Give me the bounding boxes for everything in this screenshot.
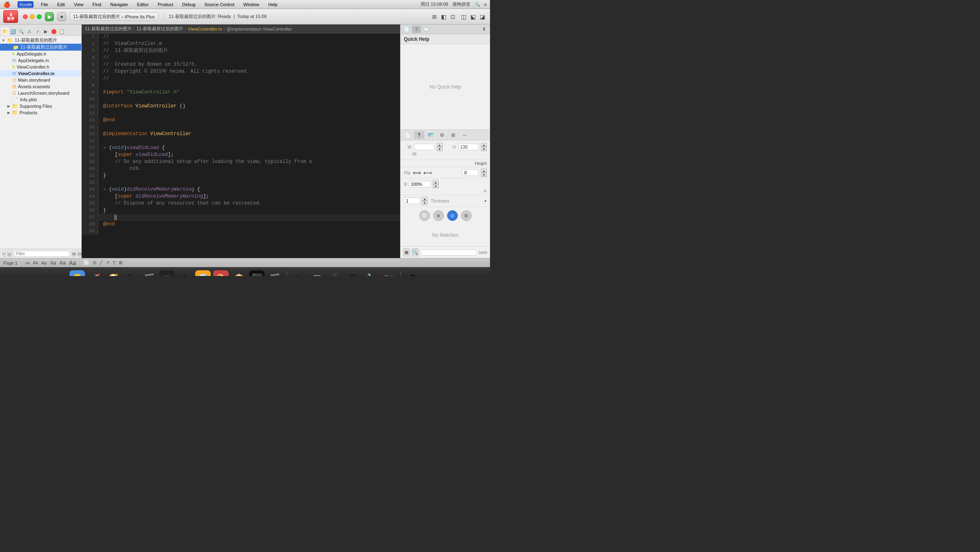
font-size-aa-2[interactable]: Aa <box>33 260 38 265</box>
dock-trash[interactable]: 🗑 <box>405 270 421 276</box>
line-content[interactable]: // <box>98 33 400 40</box>
dock-logitech[interactable]: 🖱 <box>123 270 139 276</box>
stop-square-button[interactable]: ■ <box>57 12 66 21</box>
line-content[interactable] <box>98 179 400 186</box>
gear-icon[interactable]: ⚙ <box>483 189 487 193</box>
add-file-button[interactable]: + <box>2 250 6 257</box>
line-content[interactable] <box>98 96 400 103</box>
panel-left-btn[interactable]: ◫ <box>459 13 468 21</box>
tree-item-appdelegate-m[interactable]: m AppDelegate.m <box>0 57 81 64</box>
inspector-tab-size[interactable]: ⊞ <box>448 131 459 139</box>
shape-circle[interactable]: ⊙ <box>93 260 96 265</box>
line-content[interactable]: @end <box>98 117 400 124</box>
dock-item-6[interactable]: 📷 <box>381 270 396 276</box>
inspector-export-btn[interactable]: ⬆ <box>479 26 488 33</box>
dock-sketch[interactable]: 💎 <box>195 270 211 276</box>
shape-arrow[interactable]: ↗ <box>106 260 109 265</box>
line-content[interactable]: | <box>98 214 400 221</box>
opacity-step-up[interactable]: ▲ <box>433 180 439 184</box>
flip-v-btn[interactable]: ⟻ <box>423 169 432 176</box>
tree-item-appdelegate-h[interactable]: h AppDelegate.h <box>0 51 81 57</box>
panel-right-btn[interactable]: ◪ <box>478 13 487 21</box>
inspector-quick-help-btn[interactable]: ? <box>412 26 421 33</box>
line-content[interactable]: @interface ViewController () <box>98 103 400 110</box>
obj-icon-3-active[interactable]: ⊙ <box>447 210 458 221</box>
tree-item-viewcontroller-h[interactable]: h ViewController.h <box>0 64 81 70</box>
line-content[interactable] <box>98 228 400 235</box>
obj-icon-1[interactable]: ⬜ <box>419 210 430 221</box>
menu-xcode[interactable]: Xcode <box>18 1 33 8</box>
menu-file[interactable]: File <box>39 1 50 8</box>
flip-step-down[interactable]: ▼ <box>481 173 487 177</box>
line-content[interactable]: - (void)didReceiveMemoryWarning { <box>98 186 400 193</box>
nav-tab-debug[interactable]: ▶ <box>42 27 50 36</box>
dock-safari[interactable]: 🧭 <box>105 270 121 276</box>
menu-view[interactable]: View <box>72 1 85 8</box>
apple-menu[interactable]: 🍎 <box>3 1 10 8</box>
bottom-icon-1[interactable]: ⊞ <box>403 248 410 256</box>
inspector-tab-connections[interactable]: ↔ <box>459 131 470 139</box>
menu-help[interactable]: Help <box>267 1 279 8</box>
font-size-aa-5[interactable]: Aa <box>59 260 66 266</box>
nav-tab-breakpoints[interactable]: 🔴 <box>50 27 58 36</box>
menu-find[interactable]: Find <box>91 1 103 8</box>
tree-item-supporting-files[interactable]: ▶ 📁 Supporting Files <box>0 103 81 109</box>
maximize-button[interactable] <box>37 14 42 19</box>
opacity-color-swatch[interactable] <box>404 183 407 186</box>
tree-item-launch-storyboard[interactable]: ⊡ LaunchScreen.storyboard <box>0 90 81 96</box>
line-content[interactable]: // Do any additional setup after loading… <box>98 158 400 165</box>
font-size-aa-6[interactable]: Aa <box>69 260 76 266</box>
line-content[interactable] <box>98 82 400 89</box>
menu-source-control[interactable]: Source Control <box>203 1 236 8</box>
thickness-step-up[interactable]: ▲ <box>422 197 428 201</box>
panel-bottom-btn[interactable]: ⬕ <box>469 13 477 21</box>
nav-tab-reports[interactable]: 📋 <box>58 27 66 36</box>
nav-tab-tests[interactable]: ✓ <box>33 27 42 36</box>
inspector-search-input[interactable] <box>420 249 477 256</box>
line-content[interactable]: [super didReceiveMemoryWarning]; <box>98 193 400 200</box>
bc-part-2[interactable]: 11-获取裁剪过后的图片 <box>136 26 183 32</box>
dock-item-3[interactable]: 📱 <box>327 270 343 276</box>
nav-tab-search[interactable]: 🔍 <box>17 27 25 36</box>
dock-terminal[interactable]: ⬛ <box>159 270 175 276</box>
height-step-down[interactable]: ▼ <box>481 147 487 151</box>
tree-item-project[interactable]: ▼ 📁 11-获取裁剪过后的图片 <box>0 44 81 51</box>
nav-tab-symbols[interactable]: 🔠 <box>9 27 17 36</box>
tree-item-main-storyboard[interactable]: ⊡ Main.storyboard <box>0 77 81 83</box>
flip-angle-input[interactable] <box>462 169 479 176</box>
line-content[interactable]: @end <box>98 221 400 228</box>
flip-step-up[interactable]: ▲ <box>481 169 487 173</box>
line-content[interactable]: [super viewDidLoad]; <box>98 151 400 158</box>
line-content[interactable] <box>98 110 400 117</box>
width-step-down[interactable]: ▼ <box>437 147 443 151</box>
close-button[interactable] <box>23 14 28 19</box>
dock-item-5[interactable]: 🔧 <box>363 270 379 276</box>
inspector-history-btn[interactable]: 🕐 <box>422 26 431 33</box>
opacity-step-down[interactable]: ▼ <box>433 184 439 188</box>
width-step-up[interactable]: ▲ <box>437 143 443 147</box>
obj-icon-2[interactable]: ⊛ <box>433 210 444 221</box>
line-content[interactable]: // <box>98 54 400 61</box>
line-content[interactable] <box>98 124 400 131</box>
width-input[interactable] <box>414 144 434 150</box>
line-content[interactable]: - (void)viewDidLoad { <box>98 145 400 151</box>
dock-finder[interactable]: 😊 <box>69 270 85 276</box>
dock-item-1[interactable]: 🗂 <box>291 270 307 276</box>
tree-item-assets[interactable]: ⊞ Assets.xcassets <box>0 83 81 90</box>
bottom-search-btn[interactable]: 🔍 <box>412 248 419 256</box>
dock-recorder[interactable]: 🎬 <box>141 270 157 276</box>
menu-editor[interactable]: Editor <box>135 1 150 8</box>
menu-window[interactable]: Window <box>242 1 261 8</box>
height-step-up[interactable]: ▲ <box>481 143 487 147</box>
shape-rect[interactable]: ⬜ <box>84 260 89 265</box>
line-content[interactable]: nib. <box>98 165 400 172</box>
font-size-aa-1[interactable]: Aa <box>25 261 30 265</box>
dock-video-player[interactable]: 🎬 <box>267 270 283 276</box>
line-content[interactable]: // 11-获取裁剪过后的图片 <box>98 47 400 54</box>
layout-btn-3[interactable]: ⊡ <box>449 13 457 21</box>
shape-text[interactable]: T <box>113 260 116 265</box>
shape-line[interactable]: ╱ <box>100 260 102 265</box>
flip-h-btn[interactable]: ⟺ <box>413 169 421 176</box>
dock-launchpad[interactable]: 🚀 <box>87 270 103 276</box>
line-content[interactable]: // <box>98 75 400 82</box>
